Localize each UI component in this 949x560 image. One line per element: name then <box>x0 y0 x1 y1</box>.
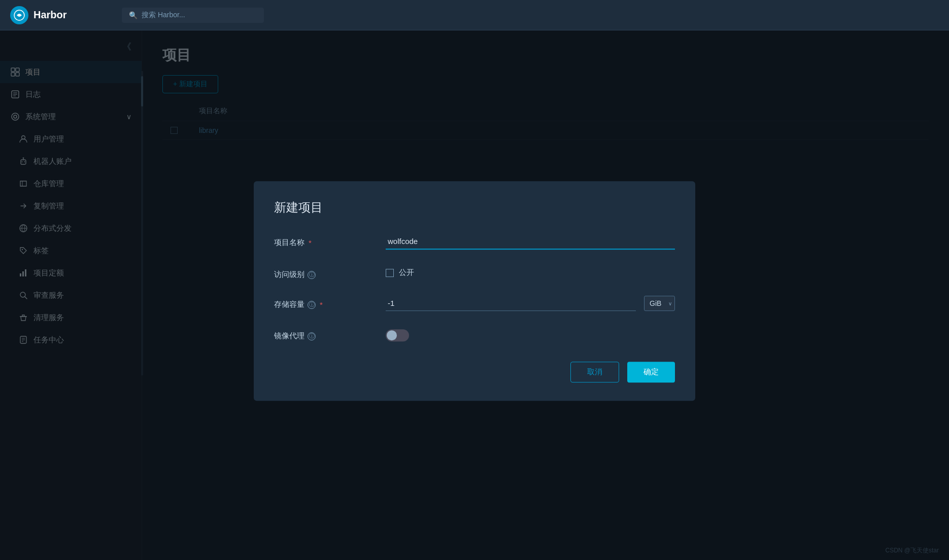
form-row-storage: 存储容量 ⓘ * GiB TiB MiB <box>274 296 675 311</box>
search-placeholder: 搜索 Harbor... <box>142 11 185 20</box>
storage-control: GiB TiB MiB <box>386 296 675 311</box>
storage-label: 存储容量 ⓘ * <box>274 296 386 309</box>
project-name-label-text: 项目名称 <box>274 238 304 248</box>
confirm-button[interactable]: 确定 <box>627 362 675 382</box>
logo-icon <box>10 6 28 24</box>
toggle-knob <box>387 330 397 340</box>
access-info-icon[interactable]: ⓘ <box>308 271 316 279</box>
access-label-text: 访问级别 <box>274 270 304 279</box>
access-label: 访问级别 ⓘ <box>274 266 386 279</box>
unit-select[interactable]: GiB TiB MiB <box>644 296 675 311</box>
storage-label-text: 存储容量 <box>274 300 304 309</box>
top-nav: Harbor 🔍 搜索 Harbor... <box>0 0 949 30</box>
storage-info-icon[interactable]: ⓘ <box>308 301 316 309</box>
proxy-control <box>386 327 675 341</box>
unit-wrapper: GiB TiB MiB <box>644 296 675 311</box>
project-name-control <box>386 234 675 250</box>
dialog-footer: 取消 确定 <box>274 362 675 382</box>
storage-input[interactable] <box>386 296 636 311</box>
dialog-title: 新建项目 <box>274 199 675 216</box>
storage-row: GiB TiB MiB <box>386 296 675 311</box>
form-row-project-name: 项目名称 * <box>274 234 675 250</box>
proxy-info-icon[interactable]: ⓘ <box>308 332 316 340</box>
public-label: 公开 <box>399 268 414 277</box>
proxy-label-text: 镜像代理 <box>274 331 304 341</box>
cancel-button[interactable]: 取消 <box>570 362 619 382</box>
nav-logo: Harbor <box>10 6 122 24</box>
form-row-access: 访问级别 ⓘ 公开 <box>274 266 675 279</box>
public-checkbox[interactable] <box>386 269 394 277</box>
search-bar[interactable]: 🔍 搜索 Harbor... <box>122 8 264 23</box>
access-control: 公开 <box>386 266 675 277</box>
proxy-toggle[interactable] <box>386 329 409 341</box>
new-project-dialog: 新建项目 项目名称 * 访问级别 ⓘ 公开 存储容量 ⓘ * <box>254 181 695 401</box>
project-name-input[interactable] <box>386 234 675 250</box>
access-checkbox-row: 公开 <box>386 266 675 277</box>
project-name-required: * <box>309 238 312 247</box>
proxy-label: 镜像代理 ⓘ <box>274 327 386 341</box>
project-name-label: 项目名称 * <box>274 234 386 248</box>
storage-required: * <box>320 300 323 309</box>
search-icon: 🔍 <box>129 11 138 19</box>
app-title: Harbor <box>33 9 67 21</box>
form-row-proxy: 镜像代理 ⓘ <box>274 327 675 341</box>
